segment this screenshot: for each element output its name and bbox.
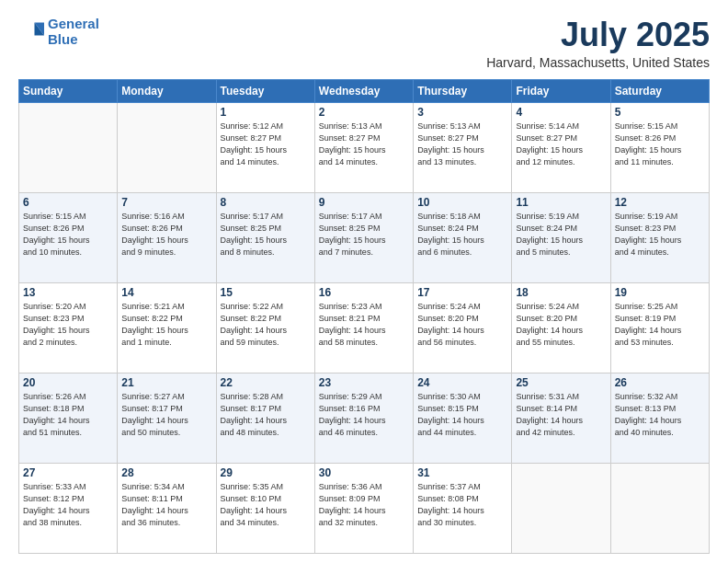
calendar-day-cell: 12Sunrise: 5:19 AM Sunset: 8:23 PM Dayli… — [610, 192, 709, 282]
day-number: 12 — [615, 196, 705, 209]
calendar-day-cell: 7Sunrise: 5:16 AM Sunset: 8:26 PM Daylig… — [118, 192, 216, 282]
day-info: Sunrise: 5:34 AM Sunset: 8:11 PM Dayligh… — [121, 481, 211, 529]
day-info: Sunrise: 5:37 AM Sunset: 8:08 PM Dayligh… — [417, 481, 507, 529]
calendar-week-row: 1Sunrise: 5:12 AM Sunset: 8:27 PM Daylig… — [19, 102, 710, 192]
day-info: Sunrise: 5:35 AM Sunset: 8:10 PM Dayligh… — [221, 481, 311, 529]
location-title: Harvard, Massachusetts, United States — [486, 55, 710, 70]
calendar-day-cell: 8Sunrise: 5:17 AM Sunset: 8:25 PM Daylig… — [216, 192, 314, 282]
calendar-day-cell: 10Sunrise: 5:18 AM Sunset: 8:24 PM Dayli… — [414, 192, 512, 282]
day-of-week-header: Wednesday — [314, 79, 413, 102]
day-number: 1 — [221, 106, 311, 119]
title-section: July 2025 Harvard, Massachusetts, United… — [486, 17, 710, 70]
calendar-day-cell: 18Sunrise: 5:24 AM Sunset: 8:20 PM Dayli… — [512, 282, 610, 373]
day-info: Sunrise: 5:24 AM Sunset: 8:20 PM Dayligh… — [417, 301, 507, 349]
day-info: Sunrise: 5:16 AM Sunset: 8:26 PM Dayligh… — [121, 211, 211, 259]
calendar-day-cell: 21Sunrise: 5:27 AM Sunset: 8:17 PM Dayli… — [118, 373, 216, 463]
day-number: 14 — [121, 286, 211, 299]
day-info: Sunrise: 5:15 AM Sunset: 8:26 PM Dayligh… — [23, 211, 113, 259]
day-number: 15 — [221, 286, 311, 299]
day-of-week-header: Saturday — [610, 79, 709, 102]
day-number: 23 — [319, 376, 409, 389]
calendar-day-cell — [610, 463, 709, 553]
day-info: Sunrise: 5:26 AM Sunset: 8:18 PM Dayligh… — [23, 391, 113, 439]
calendar-day-cell: 28Sunrise: 5:34 AM Sunset: 8:11 PM Dayli… — [118, 463, 216, 553]
day-number: 3 — [417, 106, 507, 119]
day-info: Sunrise: 5:22 AM Sunset: 8:22 PM Dayligh… — [221, 301, 311, 349]
day-info: Sunrise: 5:17 AM Sunset: 8:25 PM Dayligh… — [221, 211, 311, 259]
day-number: 11 — [516, 196, 606, 209]
calendar-day-cell: 16Sunrise: 5:23 AM Sunset: 8:21 PM Dayli… — [314, 282, 413, 373]
calendar-day-cell: 15Sunrise: 5:22 AM Sunset: 8:22 PM Dayli… — [216, 282, 314, 373]
day-of-week-header: Thursday — [414, 79, 512, 102]
calendar-day-cell: 31Sunrise: 5:37 AM Sunset: 8:08 PM Dayli… — [414, 463, 512, 553]
calendar-day-cell: 13Sunrise: 5:20 AM Sunset: 8:23 PM Dayli… — [19, 282, 118, 373]
day-number: 25 — [516, 376, 606, 389]
day-number: 31 — [417, 466, 507, 479]
day-number: 22 — [221, 376, 311, 389]
day-info: Sunrise: 5:27 AM Sunset: 8:17 PM Dayligh… — [121, 391, 211, 439]
calendar-day-cell: 3Sunrise: 5:13 AM Sunset: 8:27 PM Daylig… — [414, 102, 512, 192]
day-number: 6 — [23, 196, 113, 209]
day-info: Sunrise: 5:18 AM Sunset: 8:24 PM Dayligh… — [417, 211, 507, 259]
calendar-day-cell: 24Sunrise: 5:30 AM Sunset: 8:15 PM Dayli… — [414, 373, 512, 463]
calendar-day-cell: 17Sunrise: 5:24 AM Sunset: 8:20 PM Dayli… — [414, 282, 512, 373]
calendar-day-cell: 6Sunrise: 5:15 AM Sunset: 8:26 PM Daylig… — [19, 192, 118, 282]
day-info: Sunrise: 5:19 AM Sunset: 8:24 PM Dayligh… — [516, 211, 606, 259]
day-of-week-header: Friday — [512, 79, 610, 102]
calendar-day-cell: 23Sunrise: 5:29 AM Sunset: 8:16 PM Dayli… — [314, 373, 413, 463]
day-number: 30 — [319, 466, 409, 479]
day-number: 29 — [221, 466, 311, 479]
calendar-week-row: 20Sunrise: 5:26 AM Sunset: 8:18 PM Dayli… — [19, 373, 710, 463]
day-info: Sunrise: 5:24 AM Sunset: 8:20 PM Dayligh… — [516, 301, 606, 349]
day-info: Sunrise: 5:20 AM Sunset: 8:23 PM Dayligh… — [23, 301, 113, 349]
calendar-day-cell — [118, 102, 216, 192]
day-info: Sunrise: 5:19 AM Sunset: 8:23 PM Dayligh… — [615, 211, 705, 259]
day-number: 8 — [221, 196, 311, 209]
logo: General Blue — [18, 17, 99, 47]
day-info: Sunrise: 5:36 AM Sunset: 8:09 PM Dayligh… — [319, 481, 409, 529]
day-number: 5 — [615, 106, 705, 119]
day-number: 24 — [417, 376, 507, 389]
logo-text: General Blue — [48, 17, 99, 47]
day-info: Sunrise: 5:31 AM Sunset: 8:14 PM Dayligh… — [516, 391, 606, 439]
calendar-day-cell: 4Sunrise: 5:14 AM Sunset: 8:27 PM Daylig… — [512, 102, 610, 192]
day-number: 17 — [417, 286, 507, 299]
day-info: Sunrise: 5:15 AM Sunset: 8:26 PM Dayligh… — [615, 121, 705, 168]
day-info: Sunrise: 5:17 AM Sunset: 8:25 PM Dayligh… — [319, 211, 409, 259]
day-info: Sunrise: 5:25 AM Sunset: 8:19 PM Dayligh… — [615, 301, 705, 349]
day-number: 26 — [615, 376, 705, 389]
day-info: Sunrise: 5:12 AM Sunset: 8:27 PM Dayligh… — [221, 121, 311, 168]
header: General Blue July 2025 Harvard, Massachu… — [18, 17, 710, 70]
day-number: 10 — [417, 196, 507, 209]
day-number: 13 — [23, 286, 113, 299]
month-title: July 2025 — [486, 17, 710, 53]
day-info: Sunrise: 5:13 AM Sunset: 8:27 PM Dayligh… — [417, 121, 507, 168]
day-number: 18 — [516, 286, 606, 299]
day-number: 20 — [23, 376, 113, 389]
calendar-day-cell: 11Sunrise: 5:19 AM Sunset: 8:24 PM Dayli… — [512, 192, 610, 282]
calendar-day-cell — [512, 463, 610, 553]
day-info: Sunrise: 5:29 AM Sunset: 8:16 PM Dayligh… — [319, 391, 409, 439]
day-info: Sunrise: 5:21 AM Sunset: 8:22 PM Dayligh… — [121, 301, 211, 349]
calendar-day-cell: 19Sunrise: 5:25 AM Sunset: 8:19 PM Dayli… — [610, 282, 709, 373]
calendar-day-cell: 26Sunrise: 5:32 AM Sunset: 8:13 PM Dayli… — [610, 373, 709, 463]
day-number: 21 — [121, 376, 211, 389]
calendar-day-cell: 1Sunrise: 5:12 AM Sunset: 8:27 PM Daylig… — [216, 102, 314, 192]
calendar-header-row: SundayMondayTuesdayWednesdayThursdayFrid… — [19, 79, 710, 102]
calendar-day-cell: 22Sunrise: 5:28 AM Sunset: 8:17 PM Dayli… — [216, 373, 314, 463]
day-info: Sunrise: 5:32 AM Sunset: 8:13 PM Dayligh… — [615, 391, 705, 439]
calendar-day-cell: 20Sunrise: 5:26 AM Sunset: 8:18 PM Dayli… — [19, 373, 118, 463]
day-of-week-header: Sunday — [19, 79, 118, 102]
day-number: 28 — [121, 466, 211, 479]
day-number: 4 — [516, 106, 606, 119]
calendar-week-row: 6Sunrise: 5:15 AM Sunset: 8:26 PM Daylig… — [19, 192, 710, 282]
day-of-week-header: Monday — [118, 79, 216, 102]
calendar-day-cell: 25Sunrise: 5:31 AM Sunset: 8:14 PM Dayli… — [512, 373, 610, 463]
page: General Blue July 2025 Harvard, Massachu… — [0, 0, 728, 563]
day-info: Sunrise: 5:30 AM Sunset: 8:15 PM Dayligh… — [417, 391, 507, 439]
calendar-day-cell: 29Sunrise: 5:35 AM Sunset: 8:10 PM Dayli… — [216, 463, 314, 553]
day-info: Sunrise: 5:33 AM Sunset: 8:12 PM Dayligh… — [23, 481, 113, 529]
calendar-day-cell: 14Sunrise: 5:21 AM Sunset: 8:22 PM Dayli… — [118, 282, 216, 373]
calendar-day-cell: 5Sunrise: 5:15 AM Sunset: 8:26 PM Daylig… — [610, 102, 709, 192]
day-of-week-header: Tuesday — [216, 79, 314, 102]
